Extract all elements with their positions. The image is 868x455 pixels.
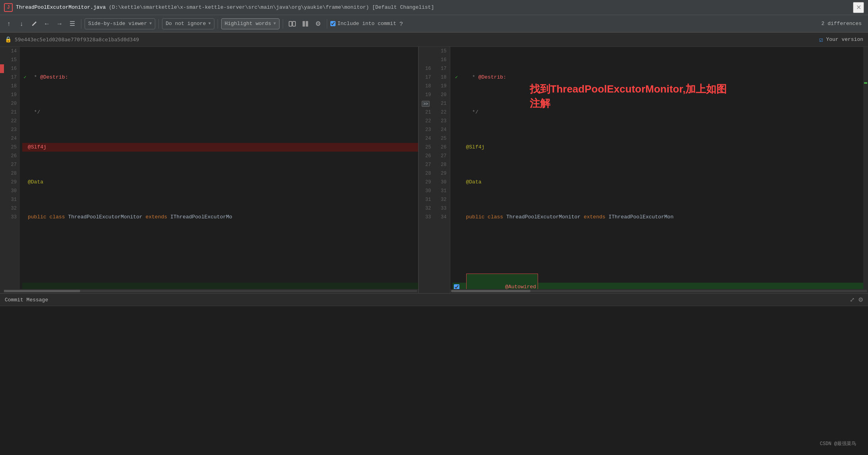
svg-rect-0 (289, 21, 292, 26)
scroll-up-button[interactable]: ↑ (3, 18, 14, 29)
left-line-19 (22, 248, 418, 256)
diffs-count: 2 differences (822, 21, 865, 27)
left-scrollbar-track[interactable] (1, 290, 417, 292)
right-code-panel: ✓ * @Destrib: */ @Slf4j (450, 47, 864, 289)
columns-button[interactable] (300, 18, 311, 29)
include-commit-checkbox[interactable]: Include into commit (330, 21, 396, 27)
commit-title: Commit Message (5, 297, 48, 303)
left-line-16: @Slf4j (22, 143, 418, 152)
sep2 (158, 19, 159, 29)
right-line-18: @Data (453, 178, 864, 187)
right-line-20 (453, 248, 864, 256)
settings-button[interactable]: ⚙ (312, 18, 324, 29)
svg-rect-3 (306, 21, 308, 27)
close-button[interactable]: ✕ (853, 2, 864, 13)
right-h-scrollbar[interactable] (450, 289, 868, 293)
right-scrollbar-track[interactable] (451, 290, 868, 292)
viewer-arrow: ▼ (149, 21, 152, 26)
file-icon: J (4, 3, 13, 12)
ignore-label: Do not ignore (166, 21, 206, 27)
title-bar-text: ThreadPoolExcutorMonitor.java (D:\kettle… (16, 4, 853, 10)
ignore-arrow: ▼ (208, 21, 211, 26)
added-mark-top (864, 82, 867, 84)
next-button[interactable]: → (54, 18, 65, 29)
sep1 (81, 19, 81, 29)
left-scrollbar-thumb[interactable] (1, 290, 80, 292)
left-line-14: ✓ * @Destrib: (22, 73, 418, 82)
right-line-16: */ (453, 108, 864, 117)
right-line-21: @Autowired (453, 283, 864, 289)
commit-message-input[interactable] (0, 306, 868, 349)
prev-button[interactable]: ← (41, 18, 52, 29)
expand-left-button[interactable]: >> (422, 101, 430, 107)
left-line-15: */ (22, 108, 418, 117)
autowired-highlight: @Autowired (466, 274, 538, 289)
include-commit-label: Include into commit (338, 21, 396, 27)
left-panel: 14 15 16 17 18 19 20 21 22 23 24 25 26 2… (0, 47, 419, 293)
help-button[interactable]: ? (398, 20, 404, 27)
filename: ThreadPoolExcutorMonitor.java (16, 4, 106, 10)
commit-settings-button[interactable]: ⚙ (858, 296, 863, 303)
compare-button[interactable] (286, 18, 298, 29)
edit-button[interactable] (29, 18, 40, 29)
expand-btn-row: >> (419, 99, 433, 108)
center-right-nums: 15 16 17 18 19 20 21 22 23 24 25 26 27 2… (434, 47, 450, 293)
right-line-15: ✓ * @Destrib: (453, 73, 864, 82)
sep4 (283, 19, 283, 29)
svg-rect-2 (303, 21, 305, 27)
check-icon-15: ✓ (455, 73, 458, 82)
line-21-checkbox[interactable] (454, 284, 459, 289)
viewer-label: Side-by-side viewer (88, 21, 147, 27)
csdn-watermark: CSDN @最强菜鸟 (820, 440, 856, 447)
highlight-dropdown[interactable]: Highlight words ▼ (221, 18, 280, 29)
right-change-strip (863, 47, 868, 289)
left-code-panel: ✓ * @Destrib: */ @Slf4j @Data (20, 47, 418, 289)
right-line-19: public class ThreadPoolExcutorMonitor ex… (453, 213, 864, 222)
ignore-dropdown[interactable]: Do not ignore ▼ (162, 18, 214, 29)
commit-hash: 59e443ec5e1d0208ae770f9328a8ce1ba5d0d349 (15, 37, 139, 42)
left-change-strip (0, 47, 4, 293)
toolbar: ↑ ↓ ← → ☰ Side-by-side viewer ▼ Do not i… (0, 15, 868, 33)
right-panel: 找到ThreadPoolExcutorMonitor,加上如图 注解 ✓ * @… (450, 47, 868, 293)
diff-container: 14 15 16 17 18 19 20 21 22 23 24 25 26 2… (0, 47, 868, 293)
subheader: 🔒 59e443ec5e1d0208ae770f9328a8ce1ba5d0d3… (0, 33, 868, 47)
left-line-18: public class ThreadPoolExcutorMonitor ex… (22, 213, 418, 222)
version-info: ☑ Your version (819, 36, 863, 44)
center-gutter: 16 17 18 19 >> 21 22 23 24 25 26 27 28 2… (419, 47, 450, 293)
scroll-down-button[interactable]: ↓ (16, 18, 27, 29)
your-version-label: Your version (826, 37, 863, 42)
highlight-arrow: ▼ (274, 21, 276, 26)
left-line-20-empty (22, 283, 418, 289)
right-line-17: @Slf4j (453, 143, 864, 152)
commit-area: Commit Message ⤢ ⚙ (0, 293, 868, 349)
viewer-dropdown[interactable]: Side-by-side viewer ▼ (85, 18, 155, 29)
commit-header: Commit Message ⤢ ⚙ (0, 294, 868, 306)
file-path: (D:\kettle\smartkettle\x-smart-kettle-se… (109, 4, 434, 10)
highlight-label: Highlight words (225, 21, 271, 27)
commit-header-right: ⤢ ⚙ (850, 296, 863, 303)
left-line-17: @Data (22, 178, 418, 187)
menu-button[interactable]: ☰ (67, 18, 78, 29)
left-line-numbers: 14 15 16 17 18 19 20 21 22 23 24 25 26 2… (4, 47, 20, 289)
lock-icon: 🔒 (5, 36, 12, 43)
sep5 (327, 19, 327, 29)
svg-rect-1 (293, 21, 295, 26)
left-h-scrollbar[interactable] (0, 289, 418, 293)
deleted-strip-mark (0, 64, 4, 73)
right-scrollbar-thumb[interactable] (451, 290, 530, 292)
commit-expand-button[interactable]: ⤢ (850, 296, 855, 303)
title-bar: J ThreadPoolExcutorMonitor.java (D:\kett… (0, 0, 868, 15)
version-checkmark: ☑ (819, 36, 823, 44)
sep3 (218, 19, 218, 29)
center-left-nums: 16 17 18 19 >> 21 22 23 24 25 26 27 28 2… (419, 47, 434, 293)
